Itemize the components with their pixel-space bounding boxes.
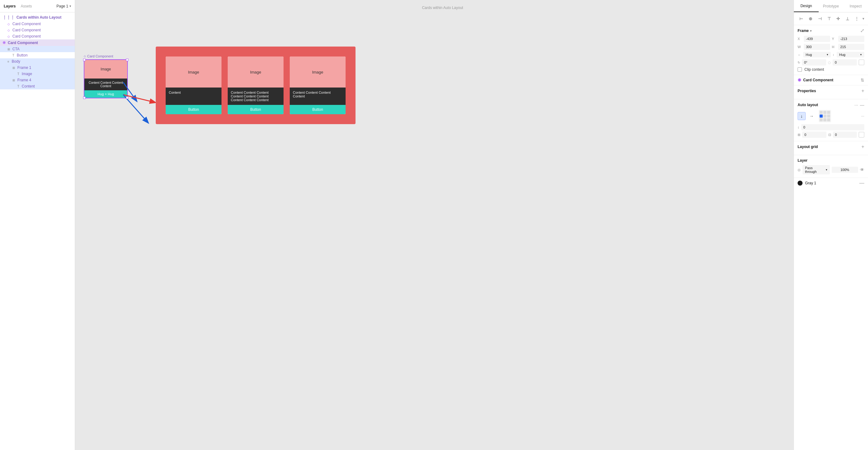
resize-handle-tl[interactable]	[83, 59, 86, 61]
clip-content-label: Clip content	[804, 67, 824, 72]
card-content-3: Content Content Content Content	[290, 88, 346, 105]
layer-item-body[interactable]: ≡ Body	[0, 58, 75, 65]
align-bottom-btn[interactable]: ⊥	[844, 15, 851, 22]
al-padding-mode-btn[interactable]	[859, 132, 864, 138]
align-left-btn[interactable]: ⊢	[798, 15, 805, 22]
card-button-1[interactable]: Button	[166, 105, 221, 114]
layer-item[interactable]: ◇ Card Component	[0, 21, 75, 27]
component-row: ❋ Card Component ⇅	[794, 75, 868, 85]
al-align-grid	[819, 110, 831, 122]
card-float-label[interactable]: Card Component	[84, 54, 128, 58]
card-content-2: Content Content Content Content Content …	[228, 88, 283, 105]
align-center-h-btn[interactable]: ⊕	[807, 15, 814, 22]
add-layout-grid-btn[interactable]: +	[862, 144, 864, 149]
card-button-3[interactable]: Button	[290, 105, 346, 114]
al-cell[interactable]	[823, 115, 827, 118]
al-cell[interactable]	[823, 111, 827, 114]
tab-prototype[interactable]: Prototype	[819, 0, 843, 12]
layer-item[interactable]: ◇ Card Component	[0, 33, 75, 39]
layer-item[interactable]: ◇ Card Component	[0, 27, 75, 33]
frame-wh-row: W H	[798, 44, 864, 50]
al-cell[interactable]	[827, 111, 830, 114]
hug-width-dropdown[interactable]: Hug ▾	[803, 52, 831, 57]
resize-handle-bl[interactable]	[83, 96, 86, 99]
card-item-2[interactable]: Image Content Content Content Content Co…	[228, 57, 283, 114]
corner-mode-btn[interactable]	[859, 60, 864, 65]
layout-grid-section: Layout grid +	[794, 141, 868, 155]
auto-layout-more-btn[interactable]: ···	[854, 102, 858, 108]
card-button-2[interactable]: Button	[228, 105, 283, 114]
properties-title: Properties	[798, 89, 816, 93]
card-image-1: Image	[166, 57, 221, 88]
fill-color-swatch[interactable]	[798, 181, 803, 186]
resize-handle-br[interactable]	[126, 96, 128, 99]
align-more-btn[interactable]: ▾	[862, 17, 864, 21]
layer-section-title: Layer	[798, 158, 807, 162]
card-float-cta[interactable]: Hug × Hug	[84, 90, 127, 98]
hug-height-dropdown[interactable]: Hug ▾	[837, 52, 864, 57]
y-input[interactable]	[838, 36, 865, 42]
layer-item-selected[interactable]: ❋ Card Component	[0, 39, 75, 46]
al-direction-right-btn[interactable]: →	[807, 112, 815, 120]
frame-section-title[interactable]: Frame ▾	[798, 29, 811, 33]
layer-group-header[interactable]: ⋮⋮⋮ Cards within Auto Layout	[0, 14, 75, 21]
al-padding-h-input[interactable]	[802, 131, 827, 138]
align-right-btn[interactable]: ⊣	[816, 15, 824, 22]
x-input[interactable]	[804, 36, 830, 42]
frame-hug-row: ↔ Hug ▾ ↕ Hug ▾	[798, 52, 864, 57]
card-image-3: Image	[290, 57, 346, 88]
x-label: X	[798, 37, 802, 41]
al-padding-v-input[interactable]	[833, 131, 857, 138]
rotation-input[interactable]	[802, 59, 826, 65]
component-settings-btn[interactable]: ⇅	[861, 78, 864, 83]
resize-handle[interactable]	[126, 59, 128, 61]
remove-fill-btn[interactable]: —	[859, 180, 864, 186]
layer-item-cta[interactable]: ⊞ CTA	[0, 46, 75, 52]
al-cell[interactable]	[827, 115, 830, 118]
align-row: ⊢ ⊕ ⊣ ⊤ ✛ ⊥ ⋮ ▾	[794, 12, 868, 25]
tab-assets[interactable]: Assets	[21, 4, 32, 8]
add-property-btn[interactable]: +	[862, 88, 864, 93]
hug-icon-h: ↔	[798, 53, 801, 57]
card-item-1[interactable]: Image Content Button	[166, 57, 221, 114]
layer-item-content[interactable]: T Content	[0, 83, 75, 89]
tab-layers[interactable]: Layers	[4, 4, 16, 8]
card-float-box[interactable]: Image Content Content Content Content Hu…	[84, 59, 128, 98]
card-item-3[interactable]: Image Content Content Content Content Bu…	[290, 57, 346, 114]
layer-item-frame1[interactable]: ⊞ Frame 1	[0, 65, 75, 71]
layer-item-frame4[interactable]: ⊞ Frame 4	[0, 77, 75, 83]
page-selector[interactable]: Page 1 ▾	[57, 4, 71, 8]
corner-input[interactable]	[833, 59, 857, 65]
distribute-btn[interactable]: ⋮	[853, 15, 861, 22]
blend-mode-dropdown[interactable]: Pass through ▾	[803, 165, 830, 174]
al-cell[interactable]	[819, 118, 823, 121]
al-cell-active[interactable]	[819, 115, 823, 118]
card-float-container: Card Component Image Content Content Con…	[84, 54, 128, 98]
tab-design[interactable]: Design	[794, 0, 819, 12]
tab-inspect[interactable]: Inspect	[843, 0, 868, 12]
layer-item-button[interactable]: T Button	[0, 52, 75, 58]
frame-fullscreen-btn[interactable]: ⤢	[860, 28, 864, 33]
chevron-icon: ▾	[860, 53, 862, 56]
al-cell[interactable]	[819, 111, 823, 114]
canvas-area[interactable]: Cards within Auto Layout Card Component …	[75, 0, 794, 450]
auto-layout-remove-btn[interactable]: —	[860, 102, 864, 108]
al-direction-down-btn[interactable]: ↓	[798, 112, 806, 120]
clip-content-checkbox[interactable]	[798, 67, 802, 72]
cards-main-frame: Image Content Button Image Content Conte…	[156, 47, 355, 124]
align-top-btn[interactable]: ⊤	[826, 15, 833, 22]
al-wrap-btn[interactable]: ···	[861, 114, 864, 118]
al-vertical-spacing-input[interactable]	[801, 124, 865, 130]
auto-layout-header: Auto layout ··· —	[798, 102, 864, 108]
w-label: W	[798, 45, 802, 49]
al-cell[interactable]	[823, 118, 827, 121]
al-cell[interactable]	[827, 118, 830, 121]
w-input[interactable]	[804, 44, 830, 50]
visibility-toggle-btn[interactable]: 👁	[860, 167, 864, 172]
symbol-icon: ◇	[7, 29, 10, 32]
align-center-v-btn[interactable]: ✛	[835, 15, 842, 22]
rotation-icon: ↻	[798, 61, 800, 64]
h-input[interactable]	[838, 44, 865, 50]
opacity-input[interactable]	[832, 167, 858, 173]
layer-item-image[interactable]: T Image	[0, 71, 75, 77]
